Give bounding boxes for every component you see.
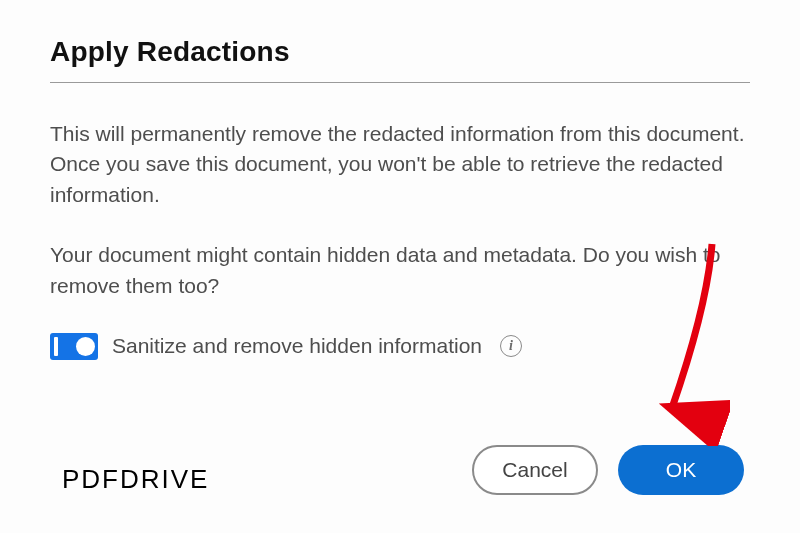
dialog-title: Apply Redactions [50,36,750,83]
ok-button[interactable]: OK [618,445,744,495]
sanitize-toggle[interactable] [50,333,98,360]
cancel-button[interactable]: Cancel [472,445,598,495]
apply-redactions-dialog: Apply Redactions This will permanently r… [0,0,800,362]
dialog-button-row: Cancel OK [472,445,744,495]
info-icon[interactable]: i [500,335,522,357]
watermark-text: PDFDRIVE [62,464,209,495]
dialog-paragraph-1: This will permanently remove the redacte… [50,119,750,210]
dialog-body: This will permanently remove the redacte… [50,119,750,362]
sanitize-toggle-label: Sanitize and remove hidden information [112,331,482,361]
dialog-paragraph-2: Your document might contain hidden data … [50,240,750,301]
sanitize-toggle-row: Sanitize and remove hidden information i [50,331,750,361]
